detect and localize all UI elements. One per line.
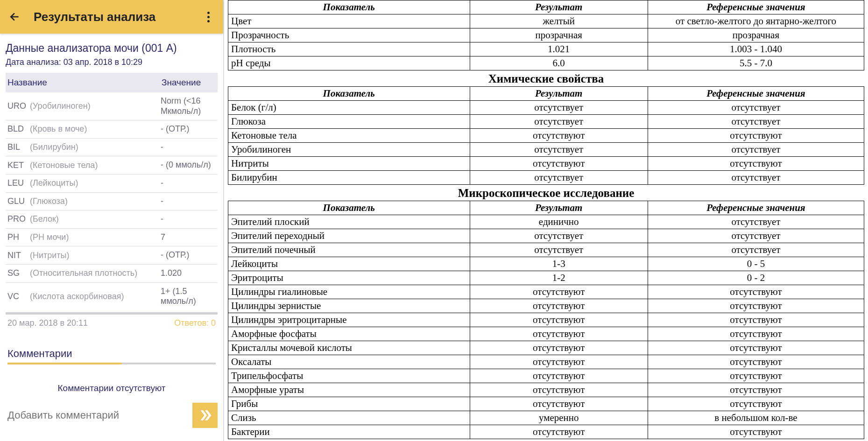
table-row: Эпителий почечныйотсутствуетотсутствует (228, 243, 864, 257)
analysis-date: Дата анализа: 03 апр. 2018 в 10:29 (6, 57, 218, 67)
cell-ref: 1.003 - 1.040 (648, 42, 864, 56)
cell-result: отсутствуют (470, 285, 648, 299)
param-value: - (161, 142, 216, 153)
cell-result: умеренно (470, 411, 648, 425)
table-row: Бактерииотсутствуютотсутствуют (228, 425, 864, 439)
table-row[interactable]: VC(Кислота аскорбиновая)1+ (1.5 ммоль/л) (6, 283, 218, 310)
comments-heading: Комментарии (6, 348, 218, 360)
cell-param: Эритроциты (228, 271, 470, 285)
header-param: Показатель (228, 201, 470, 215)
header-param: Показатель (228, 0, 470, 14)
param-desc: (Относительная плотность) (30, 268, 161, 278)
table-row[interactable]: BLD(Кровь в моче)- (ОТР.) (6, 120, 218, 139)
cell-ref: отсутствует (648, 101, 864, 115)
table-row[interactable]: NIT(Нитриты)- (ОТР.) (6, 246, 218, 265)
section-title: Данные анализатора мочи (001 A) (6, 42, 218, 55)
cell-ref: отсутствует (648, 171, 864, 185)
cell-ref: отсутствует (648, 215, 864, 229)
table-row: Билирубинотсутствуетотсутствует (228, 171, 864, 185)
cell-result: отсутствует (470, 243, 648, 257)
param-value: - (161, 196, 216, 207)
cell-ref: отсутствуют (648, 369, 864, 383)
table-row: Кетоновые телаотсутствуютотсутствуют (228, 129, 864, 143)
table-row[interactable]: SG(Относительная плотность)1.020 (6, 265, 218, 283)
physical-properties-table: Показатель Результат Референсные значени… (228, 0, 864, 70)
table-row[interactable]: BIL(Билирубин)- (6, 139, 218, 157)
param-code: SG (7, 268, 30, 278)
no-comments-text: Комментарии отсутствуют (6, 383, 218, 393)
table-row[interactable]: PH(РН мочи)7 (6, 229, 218, 247)
footer-row: 20 мар. 2018 в 20:11 Ответов: 0 (6, 315, 218, 328)
cell-param: Трипельфосфаты (228, 369, 470, 383)
cell-ref: отсутствуют (648, 313, 864, 327)
cell-result: отсутствуют (470, 313, 648, 327)
table-row: Слизьумереннов небольшом кол-ве (228, 411, 864, 425)
table-row[interactable]: URO(Уробилиноген)Norm (<16 Мкмоль/л) (6, 92, 218, 120)
param-desc: (Кетоновые тела) (30, 161, 161, 170)
table-row[interactable]: LEU(Лейкоциты)- (6, 175, 218, 193)
cell-param: Белок (г/л) (228, 101, 470, 115)
param-value: Norm (<16 Мкмоль/л) (161, 96, 216, 116)
param-code: GLU (7, 196, 30, 206)
param-value: 7 (161, 232, 216, 243)
param-code: PRO (7, 214, 30, 224)
cell-param: Эпителий плоский (228, 215, 470, 229)
cell-param: Цилиндры зернистые (228, 299, 470, 313)
header-ref: Референсные значения (648, 87, 864, 101)
cell-ref: отсутствуют (648, 285, 864, 299)
cell-param: Уробилиноген (228, 143, 470, 157)
results-table-header: Название Значение (6, 73, 218, 92)
table-row: Оксалатыотсутствуютотсутствуют (228, 355, 864, 369)
header-result: Результат (470, 87, 648, 101)
send-comment-button[interactable] (192, 403, 218, 428)
cell-ref: отсутствует (648, 243, 864, 257)
cell-result: отсутствует (470, 171, 648, 185)
param-desc: (Нитриты) (30, 251, 161, 260)
cell-result: 1.021 (470, 42, 648, 56)
table-header-row: Показатель Результат Референсные значени… (228, 87, 864, 101)
cell-result: 1-3 (470, 257, 648, 271)
comment-input[interactable] (6, 406, 192, 425)
cell-result: отсутствует (470, 143, 648, 157)
table-row: Эпителий плоскийединичноотсутствует (228, 215, 864, 229)
back-arrow-icon[interactable] (7, 9, 22, 24)
table-row: Кристаллы мочевой кислотыотсутствуютотсу… (228, 341, 864, 355)
table-row[interactable]: PRO(Белок)- (6, 210, 218, 229)
cell-param: pH среды (228, 56, 470, 70)
cell-ref: 0 - 5 (648, 257, 864, 271)
cell-ref: отсутствуют (648, 383, 864, 397)
cell-param: Билирубин (228, 171, 470, 185)
table-row[interactable]: KET(Кетоновые тела)- (0 ммоль/л) (6, 156, 218, 175)
cell-ref: от светло-желтого до янтарно-желтого (648, 14, 864, 28)
content-area: Данные анализатора мочи (001 A) Дата ана… (0, 34, 223, 441)
param-value: 1.020 (161, 268, 216, 279)
document-panel: Показатель Результат Референсные значени… (224, 0, 868, 441)
cell-param: Кристаллы мочевой кислоты (228, 341, 470, 355)
cell-param: Цилиндры гиалиновые (228, 285, 470, 299)
table-row: Цилиндры гиалиновыеотсутствуютотсутствую… (228, 285, 864, 299)
cell-result: прозрачная (470, 28, 648, 42)
table-row[interactable]: GLU(Глюкоза)- (6, 193, 218, 211)
overflow-menu-icon[interactable] (201, 9, 216, 24)
cell-ref: прозрачная (648, 28, 864, 42)
cell-ref: 0 - 2 (648, 271, 864, 285)
cell-result: отсутствуют (470, 425, 648, 439)
table-row: Трипельфосфатыотсутствуютотсутствуют (228, 369, 864, 383)
cell-param: Бактерии (228, 425, 470, 439)
cell-param: Эпителий переходный (228, 229, 470, 243)
param-desc: (Белок) (30, 214, 161, 224)
cell-ref: отсутствуют (648, 425, 864, 439)
cell-ref: отсутствует (648, 143, 864, 157)
param-value: - (161, 214, 216, 224)
param-desc: (РН мочи) (30, 232, 161, 242)
results-table-body: URO(Уробилиноген)Norm (<16 Мкмоль/л)BLD(… (6, 92, 218, 310)
param-code: NIT (7, 251, 30, 260)
answers-count[interactable]: Ответов: 0 (174, 318, 216, 328)
comments-divider (7, 363, 216, 364)
cell-result: отсутствуют (470, 327, 648, 341)
cell-param: Прозрачность (228, 28, 470, 42)
cell-ref: 5.5 - 7.0 (648, 56, 864, 70)
table-row: Нитритыотсутствуютотсутствуют (228, 157, 864, 171)
param-code: URO (7, 101, 30, 111)
table-header-row: Показатель Результат Референсные значени… (228, 201, 864, 215)
